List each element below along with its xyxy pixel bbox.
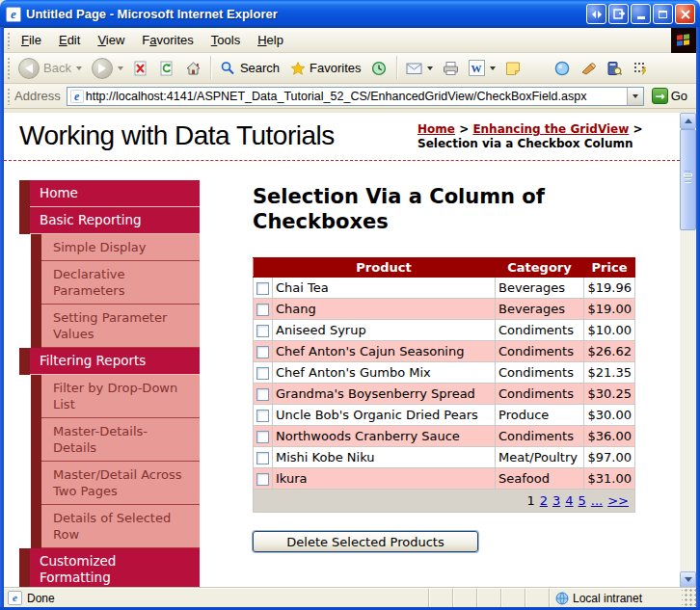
row-checkbox[interactable] (256, 388, 269, 401)
pager-link-3[interactable]: 3 (552, 493, 560, 508)
sidebar-item-label: Filter by Drop-Down List (41, 375, 200, 418)
breadcrumb-link-home[interactable]: Home (417, 122, 455, 136)
menu-view[interactable]: View (89, 30, 133, 50)
delete-selected-products-button[interactable]: Delete Selected Products (253, 531, 478, 552)
sidebar-item-basic-reporting[interactable]: Basic Reporting (19, 207, 200, 234)
forward-button[interactable] (88, 56, 127, 81)
row-checkbox[interactable] (256, 431, 269, 443)
back-dropdown-icon[interactable] (76, 66, 82, 70)
go-label: Go (671, 89, 687, 103)
row-checkbox[interactable] (256, 325, 269, 337)
refresh-button[interactable] (155, 58, 179, 78)
pan-arrows-button[interactable] (586, 4, 606, 24)
home-icon (185, 60, 202, 76)
research-button[interactable] (603, 58, 627, 78)
pen-tool-button[interactable] (577, 58, 601, 78)
table-row: Chef Anton's Gumbo MixCondiments$21.35 (254, 362, 635, 384)
refresh-icon (159, 60, 175, 76)
product-cell: Chef Anton's Cajun Seasoning (273, 341, 496, 362)
forward-dropdown-icon[interactable] (118, 66, 123, 70)
menubar-grip[interactable] (6, 31, 12, 49)
address-dropdown-button[interactable] (627, 88, 643, 105)
breadcrumb-separator: > (459, 122, 469, 136)
pager-link-more[interactable]: ... (591, 493, 603, 508)
price-cell: $31.00 (583, 468, 634, 490)
breadcrumb-link-enhancing-the-gridview[interactable]: Enhancing the GridView (472, 122, 629, 136)
scroll-down-button[interactable] (680, 571, 696, 588)
pager-link-next[interactable]: >> (607, 493, 629, 508)
menu-tools[interactable]: Tools (202, 30, 249, 50)
sidebar-item-master-details-details[interactable]: Master-Details-Details (19, 418, 200, 462)
sidebar-item-home[interactable]: Home (19, 180, 200, 207)
row-checkbox[interactable] (256, 282, 269, 295)
sidebar-item-filter-by-drop-down-list[interactable]: Filter by Drop-Down List (19, 375, 200, 418)
sidebar-item-label: Filtering Reports (30, 348, 200, 375)
search-button[interactable]: Search (216, 58, 283, 78)
sidebar-item-setting-parameter-values[interactable]: Setting Parameter Values (19, 305, 200, 348)
encoder-button[interactable] (629, 58, 653, 78)
address-combo[interactable]: e (67, 87, 644, 106)
pop-out-button[interactable] (608, 4, 629, 24)
menu-favorites[interactable]: Favorites (133, 30, 202, 50)
price-cell: $19.96 (583, 278, 634, 299)
mail-button[interactable] (402, 58, 437, 78)
row-checkbox[interactable] (256, 473, 269, 486)
sidebar-item-master-detail-across-two-pages[interactable]: Master/Detail Across Two Pages (19, 462, 200, 505)
edit-with-word-button[interactable]: W (465, 58, 499, 78)
menu-help[interactable]: Help (249, 30, 292, 50)
sidebar-item-accent (19, 548, 30, 588)
standard-toolbar: Back Search (4, 53, 696, 84)
row-checkbox[interactable] (256, 410, 269, 422)
toolbar-grip[interactable] (6, 56, 12, 80)
print-button[interactable] (439, 58, 463, 78)
sidebar-item-details-of-selected-row[interactable]: Details of Selected Row (19, 505, 200, 548)
stop-button[interactable] (129, 58, 153, 78)
resize-grip[interactable] (682, 589, 696, 607)
sidebar-item-simple-display[interactable]: Simple Display (19, 234, 200, 261)
sidebar-item-filtering-reports[interactable]: Filtering Reports (19, 348, 200, 375)
sidebar-item-label: Simple Display (41, 234, 200, 261)
minimize-button[interactable] (631, 4, 651, 24)
status-cell (525, 589, 549, 607)
price-cell: $36.00 (583, 426, 634, 447)
favorites-button[interactable]: Favorites (285, 58, 364, 78)
menu-file[interactable]: File (13, 30, 50, 50)
notes-button[interactable] (501, 58, 525, 78)
column-header-category: Category (496, 258, 584, 278)
dot-grid-icon (633, 60, 649, 76)
status-bar: e Done Local intranet (4, 588, 696, 607)
maximize-button[interactable] (653, 4, 673, 24)
scroll-up-button[interactable] (680, 113, 696, 129)
local-intranet-globe-icon (555, 592, 569, 605)
scrollbar-thumb[interactable] (680, 129, 696, 230)
product-cell: Chai Tea (273, 278, 496, 299)
category-cell: Condiments (496, 362, 584, 384)
addressbar-grip[interactable] (6, 87, 12, 105)
sidebar-item-declarative-parameters[interactable]: Declarative Parameters (19, 261, 200, 305)
pager-link-4[interactable]: 4 (565, 493, 573, 508)
forward-icon (92, 58, 113, 79)
sidebar-item-customized-formatting[interactable]: Customized Formatting (19, 548, 200, 588)
close-button[interactable] (675, 4, 695, 24)
row-checkbox[interactable] (256, 304, 269, 316)
back-button[interactable]: Back (14, 56, 86, 81)
row-checkbox[interactable] (256, 346, 269, 358)
messenger-button[interactable] (551, 58, 575, 78)
history-button[interactable] (367, 58, 391, 78)
search-label: Search (240, 61, 280, 75)
edit-dropdown-icon[interactable] (490, 66, 496, 70)
vertical-scrollbar[interactable] (680, 113, 696, 588)
row-checkbox[interactable] (256, 452, 269, 464)
home-button[interactable] (181, 58, 205, 78)
address-input[interactable] (84, 90, 627, 103)
ie-app-icon: e (6, 7, 21, 22)
pager-link-5[interactable]: 5 (579, 493, 586, 508)
print-icon (443, 60, 459, 76)
menu-bar: FileEditViewFavoritesToolsHelp (4, 28, 696, 53)
row-checkbox[interactable] (256, 367, 269, 380)
go-button[interactable]: → Go (650, 87, 692, 105)
menu-edit[interactable]: Edit (50, 30, 89, 50)
page-ie-icon: e (70, 90, 84, 103)
pager-link-2[interactable]: 2 (540, 493, 548, 508)
mail-dropdown-icon[interactable] (427, 66, 433, 70)
